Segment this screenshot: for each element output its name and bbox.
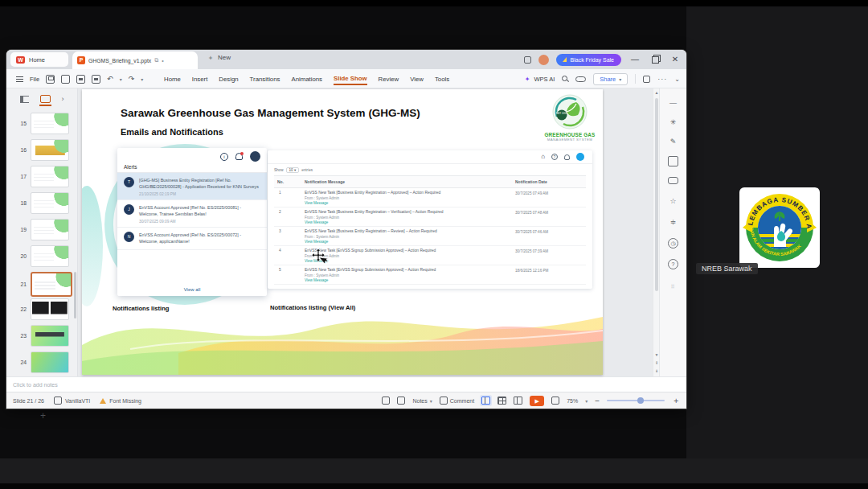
menu-item[interactable]: View [410, 74, 424, 84]
search-icon[interactable] [562, 76, 568, 82]
phone-view-icon[interactable] [382, 397, 390, 405]
tab-document[interactable]: P GHGMS_Briefing_v1.pptx ⧉ • [72, 51, 198, 69]
promo-button[interactable]: Black Friday Sale [556, 54, 621, 66]
slide-thumbnail[interactable] [31, 192, 69, 214]
rail-shapes-icon[interactable] [668, 156, 678, 166]
menu-item[interactable]: Design [219, 74, 238, 84]
previous-slide-button[interactable]: ⇞ [655, 360, 658, 365]
slide-sorter-button[interactable] [497, 397, 506, 405]
menu-item[interactable]: Home [164, 74, 181, 84]
panel-expand-icon[interactable]: › [62, 95, 64, 103]
slide-thumbnail-row[interactable]: 22 [6, 298, 77, 320]
rail-comment-icon[interactable] [668, 177, 678, 184]
tab-list-icon[interactable] [524, 56, 531, 64]
slide-thumbnail[interactable] [31, 139, 69, 161]
slide-thumbnail[interactable] [31, 351, 69, 373]
share-button[interactable]: Share ▾ [593, 73, 628, 85]
slide-thumbnail[interactable] [31, 166, 69, 187]
menu-item[interactable]: Insert [192, 74, 208, 84]
slideshow-play-button[interactable]: ▶ [530, 396, 544, 406]
user-avatar[interactable] [538, 55, 549, 65]
new-tab-label: New [218, 54, 231, 61]
slide-view-icon[interactable] [40, 95, 51, 103]
theme-name[interactable]: VanillaVTI [65, 398, 90, 404]
scroll-down-arrow[interactable]: ▼ [655, 352, 659, 357]
minimize-button[interactable]: — [628, 50, 641, 69]
slide-thumbnail-row[interactable]: 18 [6, 192, 77, 214]
slide-thumbnail-row[interactable]: 16 [6, 139, 77, 161]
slide-canvas[interactable]: Sarawak Greenhouse Gas Management System… [82, 89, 603, 375]
zoom-level[interactable]: 75% [567, 398, 578, 404]
notes-area[interactable]: Click to add notes [6, 376, 686, 392]
undo-icon[interactable]: ↶ [107, 75, 113, 83]
workspace-scrollbar[interactable]: ▲ ▼ ⇞ ⇟ [653, 88, 659, 376]
rail-collapse-icon[interactable]: — [668, 98, 678, 109]
menu-item[interactable]: Transitions [250, 74, 280, 84]
slide-thumbnail-row[interactable]: 23 [6, 325, 77, 347]
new-tab-button[interactable]: ＋ New [207, 53, 231, 62]
slide-thumbnail-row[interactable]: 21 [6, 272, 77, 297]
slide-thumbnail[interactable] [31, 219, 69, 240]
rail-help-icon[interactable]: ? [668, 259, 678, 269]
file-menu[interactable]: File [30, 76, 39, 83]
slide-thumbnail[interactable] [31, 272, 72, 297]
outline-view-icon[interactable] [20, 96, 29, 103]
tab-window-icon[interactable]: ⧉ [154, 57, 158, 64]
zoom-dropdown-icon[interactable]: ▾ [585, 398, 588, 404]
rail-settings-icon[interactable]: ≑ [668, 217, 678, 228]
rail-ai-writer-icon[interactable]: ✎ [668, 137, 678, 147]
rail-tools-icon[interactable]: ✳ [668, 117, 678, 128]
reading-view-button[interactable] [514, 397, 522, 405]
maximize-button[interactable] [649, 50, 661, 69]
menu-item[interactable]: Animations [291, 74, 322, 84]
slide-thumbnail[interactable] [31, 298, 69, 320]
rail-apps-icon[interactable]: ⠿ [668, 281, 678, 292]
user-avatar-icon [576, 153, 584, 161]
more-tools-dropdown[interactable]: ▾ [141, 76, 143, 82]
collapse-ribbon-icon[interactable]: ⌄ [674, 76, 680, 83]
slide-thumbnail-row[interactable]: 17 [6, 166, 77, 187]
participant-name-label: NREB Sarawak [696, 263, 758, 274]
ribbon-layout-icon[interactable] [643, 76, 650, 83]
hamburger-icon[interactable] [16, 76, 23, 82]
fit-slide-icon[interactable] [551, 397, 559, 405]
normal-view-button[interactable] [481, 397, 490, 405]
scrollbar-thumb[interactable] [655, 98, 658, 291]
cloud-sync-icon[interactable] [575, 76, 586, 82]
slide-thumbnail-row[interactable]: 20 [6, 245, 77, 267]
print-icon[interactable] [76, 75, 85, 84]
thumbnail-scrollbar[interactable] [74, 272, 76, 318]
menu-item[interactable]: Slide Show [334, 73, 367, 85]
redo-icon[interactable]: ↷ [129, 75, 135, 83]
menu-item[interactable]: Review [379, 74, 399, 84]
rail-star-icon[interactable]: ☆ [668, 196, 678, 207]
side-panel-icon[interactable] [397, 397, 405, 405]
comment-button[interactable]: Comment [440, 397, 474, 405]
slide-thumbnail-row[interactable]: 24 [6, 351, 77, 373]
participant-tile[interactable]: LEMBAGA SUMBER ASLI DAN ALAM SEKITAR SAR… [696, 181, 825, 279]
print-preview-icon[interactable] [92, 75, 100, 84]
zoom-out-button[interactable]: − [595, 397, 600, 405]
export-icon[interactable] [61, 75, 70, 84]
more-options-icon[interactable]: ··· [657, 75, 667, 83]
undo-dropdown[interactable]: ▾ [120, 76, 122, 82]
rail-history-icon[interactable]: ◷ [668, 238, 678, 249]
font-missing-label[interactable]: Font Missing [109, 398, 141, 404]
slide-thumbnail-row[interactable]: 15 [6, 113, 77, 134]
slide-thumbnail[interactable] [31, 245, 69, 267]
add-slide-button[interactable]: + [40, 410, 46, 421]
save-icon[interactable] [46, 75, 55, 84]
notes-toggle[interactable]: Notes ▾ [412, 398, 432, 404]
next-slide-button[interactable]: ⇟ [655, 368, 658, 373]
slide-thumbnail[interactable] [31, 113, 69, 134]
zoom-slider-handle[interactable] [637, 397, 644, 404]
zoom-slider[interactable] [607, 400, 665, 401]
tab-home[interactable]: W Home [10, 52, 68, 67]
close-button[interactable]: ✕ [669, 50, 682, 69]
slide-thumbnail[interactable] [31, 325, 69, 347]
zoom-in-button[interactable]: ＋ [672, 395, 680, 406]
menu-item[interactable]: Tools [435, 74, 449, 84]
slide-indicator: Slide 21 / 26 [13, 398, 44, 404]
slide-thumbnail-row[interactable]: 19 [6, 219, 77, 240]
wps-ai-menu[interactable]: WPS AI [534, 76, 555, 83]
